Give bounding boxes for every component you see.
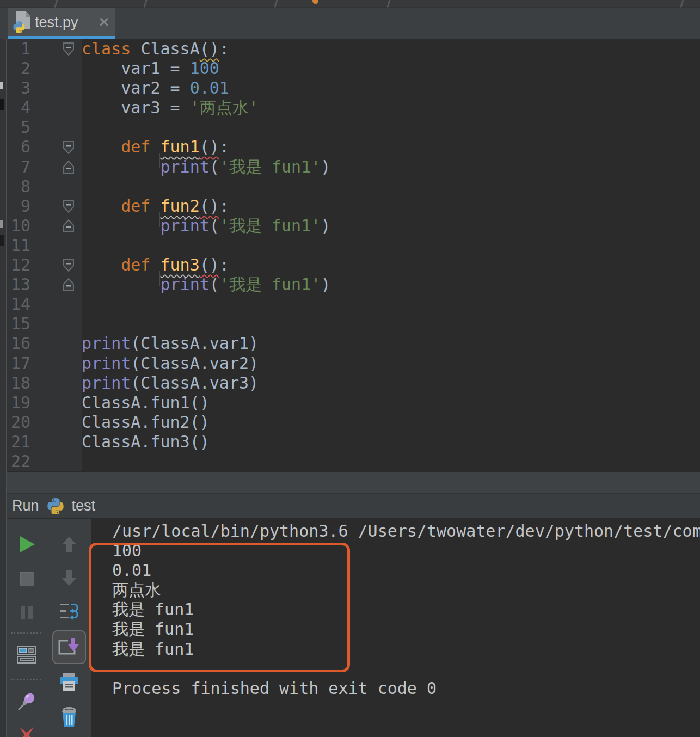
code-line[interactable]: 9 def fun2(): <box>6 196 700 216</box>
editor-console-splitter[interactable] <box>6 471 700 493</box>
code-text: print('我是 fun1') <box>82 275 330 294</box>
fold-marker[interactable] <box>30 216 82 236</box>
up-stack-trace-button[interactable] <box>57 532 81 556</box>
code-line[interactable]: 15 <box>6 314 700 334</box>
code-text: def fun1(): <box>82 137 229 157</box>
code-line[interactable]: 1class ClassA(): <box>6 39 700 59</box>
console-output-line: 我是 fun1 <box>112 619 700 639</box>
code-line[interactable]: 6 def fun1(): <box>6 137 700 157</box>
line-number[interactable]: 8 <box>6 177 30 196</box>
line-number[interactable]: 2 <box>6 59 30 78</box>
fold-column <box>30 432 82 452</box>
decor-slash <box>386 0 391 8</box>
fold-marker[interactable] <box>30 196 82 216</box>
line-number[interactable]: 17 <box>6 354 30 373</box>
line-number[interactable]: 7 <box>6 157 30 177</box>
code-line[interactable]: 21ClassA.fun3() <box>6 432 700 452</box>
code-line[interactable]: 10 print('我是 fun1') <box>6 216 700 236</box>
run-config-name: test <box>72 498 96 514</box>
clear-all-icon <box>59 707 79 728</box>
code-text: var3 = '两点水' <box>82 98 259 118</box>
line-number[interactable]: 1 <box>6 39 30 59</box>
code-line[interactable]: 11 <box>6 236 700 255</box>
decor-slash <box>680 0 684 8</box>
editor-tab[interactable]: test.py ✕ <box>8 8 115 39</box>
tab-close-icon[interactable]: ✕ <box>99 15 109 30</box>
editor[interactable]: 1class ClassA():2 var1 = 1003 var2 = 0.0… <box>6 39 700 471</box>
code-line[interactable]: 2 var1 = 100 <box>6 59 700 78</box>
console-output-line: 我是 fun1 <box>112 600 700 619</box>
console-output-line: 0.01 <box>112 561 700 580</box>
fold-column <box>30 334 82 353</box>
stop-icon <box>17 569 36 588</box>
fold-marker[interactable] <box>30 137 82 157</box>
line-number[interactable]: 16 <box>6 334 30 353</box>
run-panel-title: Run <box>12 498 39 514</box>
fold-column <box>30 177 82 196</box>
python-logo-icon <box>12 20 26 34</box>
close-run-button[interactable] <box>15 723 39 737</box>
fold-column <box>30 118 82 137</box>
code-lines: 1class ClassA():2 var1 = 1003 var2 = 0.0… <box>6 39 700 471</box>
line-number[interactable]: 20 <box>6 413 30 432</box>
line-number[interactable]: 13 <box>6 275 30 294</box>
code-line[interactable]: 12 def fun3(): <box>6 255 700 275</box>
code-line[interactable]: 13 print('我是 fun1') <box>6 275 700 294</box>
code-line[interactable]: 19ClassA.fun1() <box>6 393 700 413</box>
line-number[interactable]: 3 <box>6 78 30 98</box>
line-number[interactable]: 14 <box>6 294 30 314</box>
down-stack-trace-button[interactable] <box>57 566 81 590</box>
code-line[interactable]: 4 var3 = '两点水' <box>6 98 700 118</box>
fold-column <box>30 373 82 393</box>
fold-marker[interactable] <box>30 39 82 59</box>
decor-slash <box>143 0 148 8</box>
breadcrumb-dot <box>312 0 318 4</box>
pin-tab-button[interactable] <box>15 690 39 714</box>
print-button[interactable] <box>57 671 81 695</box>
line-number[interactable]: 19 <box>6 393 30 413</box>
scroll-to-end-button[interactable] <box>52 630 86 664</box>
pause-output-button[interactable] <box>15 601 39 625</box>
console[interactable]: /usr/local/bin/python3.6 /Users/twowater… <box>91 519 700 737</box>
rerun-button[interactable] <box>15 532 39 556</box>
code-line[interactable]: 16print(ClassA.var1) <box>6 334 700 353</box>
line-number[interactable]: 18 <box>6 373 30 393</box>
code-line[interactable]: 8 <box>6 177 700 196</box>
line-number[interactable]: 9 <box>6 196 30 216</box>
fold-column <box>30 236 82 255</box>
fold-marker[interactable] <box>30 255 82 275</box>
code-line[interactable]: 17print(ClassA.var2) <box>6 354 700 373</box>
code-line[interactable]: 20ClassA.fun2() <box>6 413 700 432</box>
indent-guide <box>159 271 160 286</box>
decor-slash <box>54 0 58 8</box>
line-number[interactable]: 21 <box>6 432 30 452</box>
fold-column <box>30 354 82 373</box>
code-line[interactable]: 3 var2 = 0.01 <box>6 78 700 98</box>
line-number[interactable]: 15 <box>6 314 30 334</box>
stop-button[interactable] <box>15 567 39 591</box>
code-line[interactable]: 22 <box>6 452 700 471</box>
editor-tab-bar: test.py ✕ <box>0 8 700 39</box>
restore-layout-button[interactable] <box>15 643 39 667</box>
line-number[interactable]: 10 <box>6 216 30 236</box>
code-line[interactable]: 14 <box>6 294 700 314</box>
code-line[interactable]: 7 print('我是 fun1') <box>6 157 700 177</box>
fold-marker[interactable] <box>30 157 82 177</box>
line-number[interactable]: 6 <box>6 137 30 157</box>
code-line[interactable]: 18print(ClassA.var3) <box>6 373 700 393</box>
console-command-line: /usr/local/bin/python3.6 /Users/twowater… <box>112 521 700 541</box>
line-number[interactable]: 12 <box>6 255 30 275</box>
clear-all-button[interactable] <box>57 705 81 729</box>
fold-column <box>30 59 82 78</box>
soft-wrap-icon <box>58 600 80 622</box>
line-number[interactable]: 5 <box>6 118 30 137</box>
line-number[interactable]: 4 <box>6 98 30 118</box>
code-text: print('我是 fun1') <box>82 216 330 236</box>
code-text: class ClassA(): <box>82 39 229 59</box>
line-number[interactable]: 11 <box>6 236 30 255</box>
line-number[interactable]: 22 <box>6 452 30 471</box>
fold-marker[interactable] <box>30 275 82 294</box>
code-line[interactable]: 5 <box>6 118 700 137</box>
soft-wrap-button[interactable] <box>57 599 81 623</box>
code-text: print(ClassA.var2) <box>82 354 259 373</box>
